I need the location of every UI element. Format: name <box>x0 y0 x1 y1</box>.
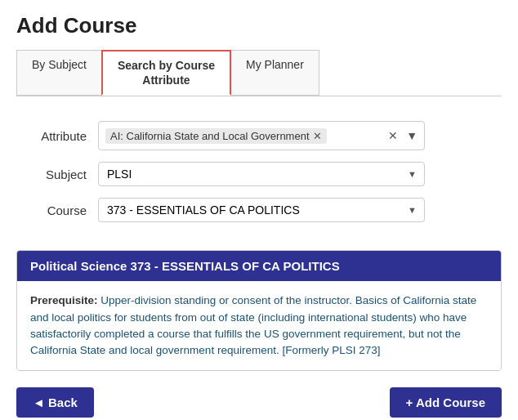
course-card-header: Political Science 373 - ESSENTIALS OF CA… <box>17 251 501 281</box>
tab-bar: By Subject Search by CourseAttribute My … <box>16 50 502 96</box>
course-card-body: Prerequisite: Upper-division standing or… <box>17 281 501 370</box>
prereq-text: Upper-division standing or consent of th… <box>30 294 476 356</box>
back-button[interactable]: ◄ Back <box>16 387 94 418</box>
subject-row: Subject PLSI <box>16 162 502 186</box>
subject-select[interactable]: PLSI <box>98 162 425 186</box>
attribute-dropdown-icon[interactable]: ▼ <box>406 129 418 142</box>
course-row: Course 373 - ESSENTIALS OF CA POLITICS <box>16 198 502 222</box>
subject-select-wrapper: PLSI <box>98 162 425 186</box>
subject-label: Subject <box>16 168 98 181</box>
attribute-clear-icon[interactable]: ✕ <box>388 129 398 142</box>
course-label: Course <box>16 203 98 217</box>
tab-my-planner[interactable]: My Planner <box>230 50 319 96</box>
attribute-row: Attribute AI: California State and Local… <box>16 121 502 150</box>
page-title: Add Course <box>16 13 502 38</box>
tab-by-subject[interactable]: By Subject <box>16 50 102 96</box>
attribute-tag-text: AI: California State and Local Governmen… <box>110 130 310 142</box>
course-select-wrapper: 373 - ESSENTIALS OF CA POLITICS <box>98 198 425 222</box>
add-course-button[interactable]: + Add Course <box>390 387 502 418</box>
course-select[interactable]: 373 - ESSENTIALS OF CA POLITICS <box>98 198 425 222</box>
attribute-tag: AI: California State and Local Governmen… <box>105 128 327 144</box>
footer-buttons: ◄ Back + Add Course <box>16 387 502 418</box>
attribute-field[interactable]: AI: California State and Local Governmen… <box>98 121 425 150</box>
search-form: Attribute AI: California State and Local… <box>16 113 502 250</box>
prereq-label: Prerequisite: <box>30 294 98 306</box>
course-card: Political Science 373 - ESSENTIALS OF CA… <box>16 250 502 371</box>
attribute-tag-remove[interactable]: ✕ <box>313 130 322 142</box>
tab-search-by-attribute[interactable]: Search by CourseAttribute <box>101 50 231 96</box>
attribute-label: Attribute <box>16 129 98 143</box>
